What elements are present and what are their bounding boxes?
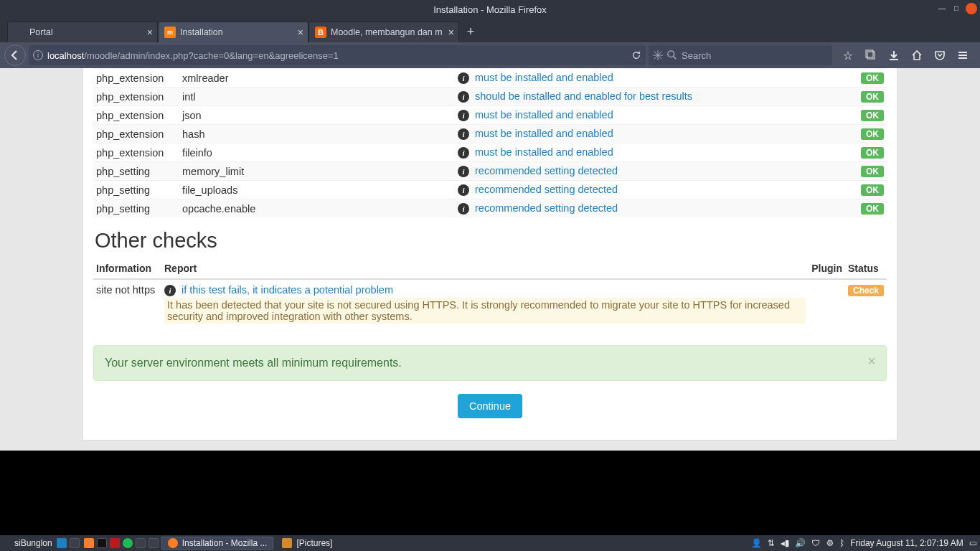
url-bar[interactable]: i localhost/moodle/admin/index.php?cache…: [29, 45, 646, 65]
check-name: json: [179, 106, 455, 125]
check-name: file_uploads: [179, 181, 455, 199]
check-row: php_extensionintli should be installed a…: [93, 88, 887, 106]
window-minimize-button[interactable]: —: [937, 3, 947, 13]
show-desktop-icon[interactable]: ▭: [969, 538, 977, 548]
server-checks-table: php_extensionxmlreaderi must be installe…: [93, 68, 887, 217]
menu-icon[interactable]: [956, 48, 970, 62]
status-badge: OK: [861, 147, 884, 159]
other-checks-table: Information Report Plugin Status site no…: [93, 258, 887, 328]
window-title: Installation - Mozilla Firefox: [433, 4, 547, 15]
check-report-link[interactable]: must be installed and enabled: [475, 109, 613, 121]
favicon-generic-icon: [14, 27, 25, 38]
close-tab-icon[interactable]: ×: [298, 27, 303, 38]
alert-close-icon[interactable]: ×: [867, 353, 876, 369]
check-row: php_extensionjsoni must be installed and…: [93, 106, 887, 125]
search-engine-icon: [653, 50, 663, 60]
pocket-icon[interactable]: [933, 48, 947, 62]
battery-icon[interactable]: ◂▮: [781, 538, 790, 548]
close-tab-icon[interactable]: ×: [448, 27, 454, 38]
check-name: xmlreader: [179, 69, 455, 88]
continue-button[interactable]: Continue: [458, 394, 522, 418]
check-type: php_extension: [93, 125, 179, 143]
check-report: i should be installed and enabled for be…: [455, 88, 841, 106]
status-badge: OK: [861, 203, 884, 215]
check-name: hash: [179, 125, 455, 143]
check-name: fileinfo: [179, 143, 455, 162]
info-icon[interactable]: i: [458, 91, 469, 103]
new-tab-button[interactable]: +: [459, 22, 482, 42]
browser-tabs: Portal × m Installation × B Moodle, memb…: [0, 19, 980, 42]
info-icon[interactable]: i: [458, 110, 469, 121]
svg-point-0: [668, 51, 674, 57]
search-bar[interactable]: Search: [649, 45, 832, 65]
tab-blogger[interactable]: B Moodle, membangun dan m ×: [308, 22, 459, 42]
window-maximize-button[interactable]: □: [951, 3, 961, 13]
info-icon[interactable]: i: [458, 203, 469, 215]
reload-button[interactable]: [631, 50, 641, 60]
page-viewport: php_extensionxmlreaderi must be installe…: [0, 68, 980, 451]
alert-success: Your server environment meets all minimu…: [93, 345, 887, 381]
info-icon[interactable]: i: [458, 184, 469, 196]
info-icon[interactable]: i: [458, 166, 469, 177]
back-button[interactable]: [4, 44, 26, 66]
check-report-link[interactable]: recommended setting detected: [475, 202, 618, 214]
col-header-plugin: Plugin: [809, 258, 845, 279]
check-report: i recommended setting detected: [455, 181, 841, 199]
home-icon[interactable]: [910, 48, 924, 62]
info-icon[interactable]: i: [458, 72, 469, 84]
info-icon[interactable]: i: [458, 128, 469, 140]
favicon-blogger-icon: B: [315, 27, 326, 38]
check-report: i must be installed and enabled: [455, 125, 841, 143]
window-close-button[interactable]: [966, 3, 977, 14]
status-badge: OK: [861, 166, 884, 177]
settings-gear-icon[interactable]: ⚙: [826, 538, 834, 548]
close-tab-icon[interactable]: ×: [147, 27, 153, 38]
hostname-label[interactable]: siBunglon: [14, 538, 52, 548]
workspace-switcher[interactable]: [57, 538, 80, 548]
check-row: php_extensionfileinfoi must be installed…: [93, 143, 887, 162]
check-report: i must be installed and enabled: [455, 143, 841, 162]
taskbar-item-pictures[interactable]: [Pictures]: [276, 537, 338, 550]
check-row: php_settingopcache.enablei recommended s…: [93, 199, 887, 218]
col-header-report: Report: [161, 258, 809, 279]
check-report-link[interactable]: must be installed and enabled: [475, 146, 613, 158]
check-report-link[interactable]: must be installed and enabled: [475, 72, 613, 83]
identity-info-icon[interactable]: i: [33, 50, 43, 60]
status-badge: OK: [861, 128, 884, 140]
check-report-link[interactable]: must be installed and enabled: [475, 128, 613, 139]
taskbar-item-firefox[interactable]: Installation - Mozilla ...: [161, 537, 274, 550]
clock-label[interactable]: Friday August 11, 2:07:19 AM: [850, 538, 963, 548]
check-report-link[interactable]: recommended setting detected: [475, 184, 618, 195]
check-report: i recommended setting detected: [455, 199, 841, 218]
desktop-taskbar: siBunglon Installation - Mozilla ... [Pi…: [0, 535, 980, 551]
bookmark-star-icon[interactable]: ☆: [841, 48, 855, 62]
tab-installation[interactable]: m Installation ×: [158, 22, 308, 42]
check-report: i recommended setting detected: [455, 162, 841, 181]
firefox-icon: [168, 538, 178, 548]
check-report: i must be installed and enabled: [455, 106, 841, 125]
volume-icon[interactable]: 🔊: [795, 538, 806, 548]
info-icon[interactable]: i: [164, 285, 176, 296]
browser-navbar: i localhost/moodle/admin/index.php?cache…: [0, 42, 980, 68]
network-icon[interactable]: ⇅: [768, 538, 775, 548]
check-row: php_settingmemory_limiti recommended set…: [93, 162, 887, 181]
other-check-row: site not https i if this test fails, it …: [93, 279, 887, 328]
tray-launchers[interactable]: [84, 538, 159, 548]
check-report-link[interactable]: recommended setting detected: [475, 165, 618, 176]
shield-icon[interactable]: 🛡: [811, 538, 820, 548]
check-report-link[interactable]: should be installed and enabled for best…: [475, 90, 692, 102]
tab-portal[interactable]: Portal ×: [7, 22, 158, 42]
check-type: php_setting: [93, 162, 179, 181]
col-header-information: Information: [93, 258, 161, 279]
info-icon[interactable]: i: [458, 147, 469, 159]
report-link[interactable]: if this test fails, it indicates a poten…: [182, 284, 393, 296]
status-badge: OK: [861, 91, 884, 103]
user-icon[interactable]: 👤: [751, 538, 762, 548]
library-icon[interactable]: [864, 48, 878, 62]
bluetooth-icon[interactable]: ᛒ: [839, 538, 844, 548]
folder-icon: [282, 538, 292, 548]
downloads-icon[interactable]: [887, 48, 901, 62]
other-check-report: i if this test fails, it indicates a pot…: [161, 279, 809, 328]
favicon-moodle-icon: m: [164, 27, 176, 38]
check-row: php_extensionhashi must be installed and…: [93, 125, 887, 143]
